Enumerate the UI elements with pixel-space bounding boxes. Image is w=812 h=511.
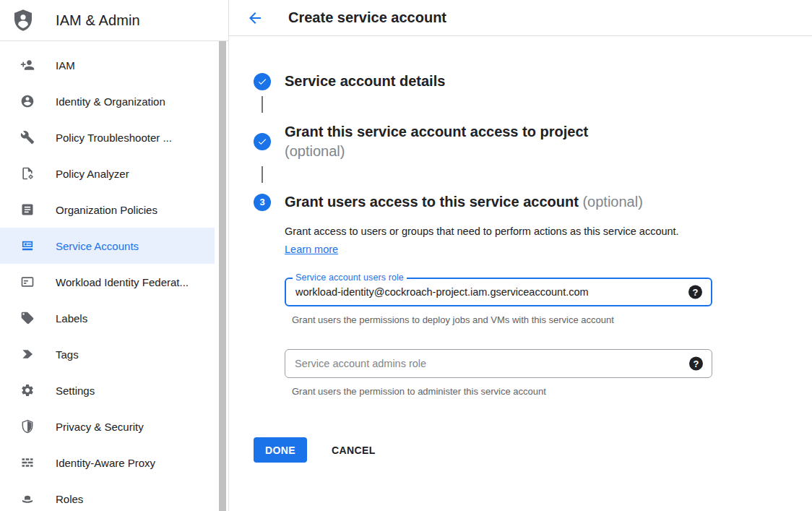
sidebar: IAM & Admin IAM Identity & Organization … bbox=[0, 0, 229, 511]
sidebar-item-label: Policy Analyzer bbox=[56, 168, 129, 180]
step-3-description-text: Grant access to users or groups that nee… bbox=[285, 226, 679, 237]
sidebar-nav: IAM Identity & Organization Policy Troub… bbox=[0, 41, 228, 511]
step-3-number-indicator: 3 bbox=[254, 194, 271, 211]
document-gear-icon bbox=[20, 166, 35, 181]
step-2-title-text: Grant this service account access to pro… bbox=[285, 124, 588, 139]
sidebar-scrollbar[interactable] bbox=[219, 41, 226, 511]
sidebar-item-organization-policies[interactable]: Organization Policies bbox=[0, 192, 215, 228]
sidebar-item-label: Roles bbox=[56, 493, 83, 505]
sidebar-item-label: Identity & Organization bbox=[56, 95, 165, 108]
step-1-service-account-details: Service account details bbox=[254, 72, 812, 91]
step-3-number: 3 bbox=[259, 197, 264, 207]
step-1-title: Service account details bbox=[285, 72, 445, 91]
identity-person-icon bbox=[20, 94, 35, 108]
stepper-content: Service account details Grant this servi… bbox=[229, 36, 812, 463]
iam-admin-shield-icon bbox=[12, 9, 35, 32]
sidebar-item-identity-organization[interactable]: Identity & Organization bbox=[0, 83, 215, 119]
service-account-admins-role-input[interactable] bbox=[285, 350, 674, 377]
check-icon bbox=[257, 77, 267, 87]
sidebar-item-policy-troubleshooter[interactable]: Policy Troubleshooter ... bbox=[0, 119, 215, 155]
sidebar-item-label: Service Accounts bbox=[56, 240, 139, 252]
step-2-title: Grant this service account access to pro… bbox=[285, 122, 588, 161]
page-header: Create service account bbox=[229, 0, 812, 36]
arrow-back-icon bbox=[246, 9, 264, 27]
cancel-button[interactable]: CANCEL bbox=[332, 445, 376, 456]
service-account-users-role-field: Service account users role ? bbox=[285, 278, 712, 306]
label-tag-icon bbox=[20, 311, 35, 325]
learn-more-link[interactable]: Learn more bbox=[285, 244, 338, 255]
shield-half-icon bbox=[20, 419, 35, 434]
step-2-grant-access-to-project: Grant this service account access to pro… bbox=[254, 122, 812, 161]
sidebar-item-label: Workload Identity Federat... bbox=[56, 276, 189, 288]
page-title: Create service account bbox=[288, 9, 446, 26]
action-buttons: DONE CANCEL bbox=[254, 437, 812, 463]
main-panel: Create service account Service account d… bbox=[229, 0, 812, 511]
help-icon[interactable]: ? bbox=[688, 285, 702, 299]
card-icon bbox=[20, 275, 35, 289]
wrench-icon bbox=[20, 130, 35, 145]
sidebar-item-identity-aware-proxy[interactable]: Identity-Aware Proxy bbox=[0, 445, 215, 481]
service-account-users-role-label: Service account users role bbox=[293, 272, 407, 283]
sidebar-title: IAM & Admin bbox=[56, 12, 140, 29]
sidebar-item-iam[interactable]: IAM bbox=[0, 47, 215, 83]
sidebar-item-label: Organization Policies bbox=[56, 204, 157, 216]
sidebar-item-labels[interactable]: Labels bbox=[0, 300, 215, 336]
sidebar-item-label: Tags bbox=[56, 348, 79, 361]
sidebar-item-label: IAM bbox=[56, 59, 75, 72]
step-1-completed-indicator bbox=[254, 73, 271, 90]
step-2-optional-label: (optional) bbox=[285, 143, 345, 159]
service-account-admins-role-field: ? bbox=[285, 349, 712, 378]
sidebar-item-tags[interactable]: Tags bbox=[0, 336, 215, 372]
users-role-helper-text: Grant users the permissions to deploy jo… bbox=[292, 314, 812, 325]
sidebar-item-privacy-security[interactable]: Privacy & Security bbox=[0, 408, 215, 445]
sidebar-header: IAM & Admin bbox=[0, 0, 228, 41]
step-3-title-text: Grant users access to this service accou… bbox=[285, 194, 579, 210]
gear-icon bbox=[20, 383, 35, 398]
back-button[interactable] bbox=[246, 9, 264, 27]
step-2-completed-indicator bbox=[254, 133, 271, 150]
help-icon[interactable]: ? bbox=[689, 357, 703, 371]
sidebar-item-label: Labels bbox=[56, 312, 87, 325]
sidebar-item-workload-identity-federation[interactable]: Workload Identity Federat... bbox=[0, 264, 215, 300]
sidebar-item-label: Policy Troubleshooter ... bbox=[56, 132, 172, 144]
step-3-body: Grant access to users or groups that nee… bbox=[285, 223, 812, 463]
hat-icon bbox=[20, 491, 35, 506]
step-3-optional-label: (optional) bbox=[582, 194, 642, 210]
app-window: IAM & Admin IAM Identity & Organization … bbox=[0, 0, 812, 511]
service-account-users-role-input[interactable] bbox=[286, 279, 673, 305]
person-add-icon bbox=[20, 58, 35, 72]
proxy-grid-icon bbox=[20, 455, 35, 470]
sidebar-item-policy-analyzer[interactable]: Policy Analyzer bbox=[0, 155, 215, 192]
stepper-connector bbox=[262, 96, 263, 113]
stepper-connector bbox=[262, 166, 263, 183]
check-icon bbox=[257, 137, 267, 147]
service-account-badge-icon bbox=[20, 239, 35, 253]
sidebar-item-label: Privacy & Security bbox=[56, 421, 144, 433]
sidebar-item-service-accounts[interactable]: Service Accounts bbox=[0, 228, 215, 264]
sidebar-item-settings[interactable]: Settings bbox=[0, 372, 215, 408]
admins-role-helper-text: Grant users the permission to administer… bbox=[292, 386, 812, 397]
sidebar-item-roles[interactable]: Roles bbox=[0, 481, 215, 511]
sidebar-item-label: Identity-Aware Proxy bbox=[56, 457, 155, 469]
document-lines-icon bbox=[20, 202, 35, 217]
step-3-title: Grant users access to this service accou… bbox=[285, 192, 643, 212]
step-3-description: Grant access to users or groups that nee… bbox=[285, 223, 681, 259]
sidebar-item-label: Settings bbox=[56, 385, 95, 397]
tag-arrow-icon bbox=[20, 347, 35, 361]
step-3-grant-users-access: 3 Grant users access to this service acc… bbox=[254, 192, 812, 212]
done-button[interactable]: DONE bbox=[254, 437, 307, 463]
